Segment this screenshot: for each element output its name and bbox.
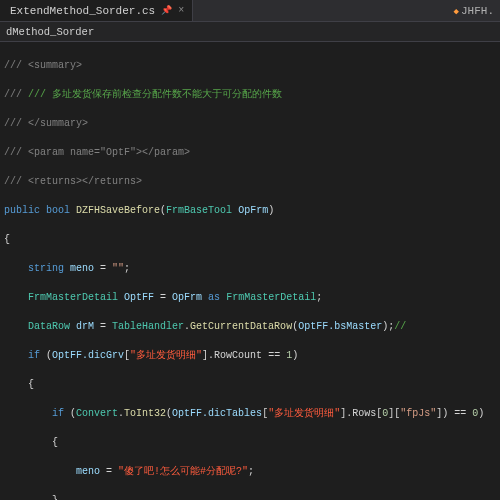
tab-bar: ExtendMethod_Sorder.cs 📌 × ◆JHFH. (0, 0, 500, 22)
close-icon[interactable]: × (178, 5, 184, 16)
tab-label: ExtendMethod_Sorder.cs (10, 5, 155, 17)
nav-target-label: JHFH. (461, 5, 494, 17)
breadcrumb[interactable]: dMethod_Sorder (0, 22, 500, 42)
file-tab[interactable]: ExtendMethod_Sorder.cs 📌 × (0, 0, 193, 21)
breadcrumb-label: dMethod_Sorder (6, 26, 94, 38)
diamond-icon: ◆ (454, 7, 461, 17)
pin-icon[interactable]: 📌 (161, 5, 172, 16)
code-editor[interactable]: /// <summary> /// /// 多址发货保存前检查分配件数不能大于可… (0, 42, 500, 500)
nav-back-button[interactable]: ◆JHFH. (448, 5, 500, 17)
